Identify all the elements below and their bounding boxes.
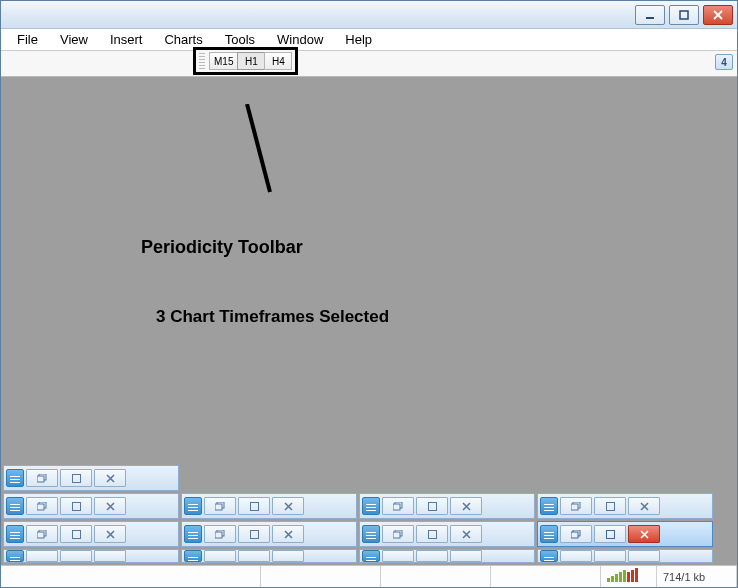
minimized-chart[interactable]	[181, 521, 357, 547]
chart-icon	[362, 550, 380, 562]
svg-rect-8	[72, 502, 80, 510]
status-transfer: 714/1 kb	[657, 566, 737, 587]
maximize-icon[interactable]	[60, 469, 92, 487]
restore-icon[interactable]	[204, 497, 236, 515]
minimized-chart-active[interactable]	[537, 521, 713, 547]
restore-icon[interactable]	[382, 525, 414, 543]
svg-rect-19	[37, 532, 44, 538]
close-icon[interactable]	[272, 497, 304, 515]
restore-icon[interactable]	[26, 525, 58, 543]
restore-icon[interactable]	[560, 497, 592, 515]
svg-rect-16	[571, 504, 578, 510]
restore-icon[interactable]	[382, 497, 414, 515]
chart-icon	[184, 525, 202, 543]
close-icon[interactable]	[450, 497, 482, 515]
close-icon[interactable]	[628, 497, 660, 515]
maximize-icon[interactable]	[416, 497, 448, 515]
annotation-timeframes: 3 Chart Timeframes Selected	[156, 307, 389, 327]
maximize-icon[interactable]	[238, 550, 270, 562]
status-cell	[1, 566, 261, 587]
svg-rect-1	[680, 11, 688, 19]
chart-icon	[6, 469, 24, 487]
svg-rect-5	[72, 474, 80, 482]
minimized-chart[interactable]	[537, 493, 713, 519]
minimized-chart[interactable]	[181, 549, 357, 563]
chart-icon	[540, 497, 558, 515]
close-icon[interactable]	[94, 497, 126, 515]
menu-insert[interactable]: Insert	[100, 30, 153, 49]
minimized-chart[interactable]	[359, 549, 535, 563]
maximize-icon[interactable]	[594, 525, 626, 543]
close-icon[interactable]	[450, 550, 482, 562]
minimize-button[interactable]	[635, 5, 665, 25]
timeframe-h1[interactable]: H1	[237, 52, 265, 70]
menu-view[interactable]: View	[50, 30, 98, 49]
restore-icon[interactable]	[382, 550, 414, 562]
minimized-chart[interactable]	[3, 549, 179, 563]
svg-rect-10	[215, 504, 222, 510]
minimized-chart[interactable]	[537, 549, 713, 563]
close-icon[interactable]	[94, 550, 126, 562]
close-icon[interactable]	[272, 550, 304, 562]
svg-rect-14	[428, 502, 436, 510]
minimized-chart[interactable]	[3, 521, 179, 547]
svg-rect-23	[250, 530, 258, 538]
chart-count-badge[interactable]: 4	[715, 54, 733, 70]
menu-bar: File View Insert Charts Tools Window Hel…	[1, 29, 737, 51]
maximize-icon[interactable]	[60, 550, 92, 562]
minimized-chart[interactable]	[359, 493, 535, 519]
app-window: File View Insert Charts Tools Window Hel…	[0, 0, 738, 588]
maximize-button[interactable]	[669, 5, 699, 25]
restore-icon[interactable]	[204, 550, 236, 562]
close-icon[interactable]	[450, 525, 482, 543]
restore-icon[interactable]	[560, 525, 592, 543]
maximize-icon[interactable]	[238, 525, 270, 543]
close-icon[interactable]	[94, 469, 126, 487]
maximize-icon[interactable]	[416, 525, 448, 543]
svg-rect-29	[606, 530, 614, 538]
close-icon[interactable]	[628, 550, 660, 562]
timeframe-h4[interactable]: H4	[264, 52, 292, 70]
minimized-chart[interactable]	[181, 493, 357, 519]
svg-rect-17	[606, 502, 614, 510]
restore-icon[interactable]	[204, 525, 236, 543]
menu-file[interactable]: File	[7, 30, 48, 49]
restore-icon[interactable]	[26, 497, 58, 515]
restore-icon[interactable]	[26, 550, 58, 562]
chart-icon	[184, 497, 202, 515]
chart-icon	[362, 525, 380, 543]
maximize-icon[interactable]	[238, 497, 270, 515]
svg-rect-13	[393, 504, 400, 510]
chart-icon	[6, 497, 24, 515]
svg-rect-0	[646, 17, 654, 19]
svg-rect-25	[393, 532, 400, 538]
title-bar	[1, 1, 737, 29]
timeframe-m15[interactable]: M15	[209, 52, 238, 70]
maximize-icon[interactable]	[594, 497, 626, 515]
annotation-periodicity: Periodicity Toolbar	[141, 237, 303, 258]
connection-signal	[601, 566, 657, 587]
maximize-icon[interactable]	[416, 550, 448, 562]
chart-icon	[6, 550, 24, 562]
minimized-chart[interactable]	[359, 521, 535, 547]
restore-icon[interactable]	[560, 550, 592, 562]
minimized-windows-area	[1, 461, 737, 565]
menu-help[interactable]: Help	[335, 30, 382, 49]
maximize-icon[interactable]	[60, 497, 92, 515]
svg-rect-7	[37, 504, 44, 510]
toolbar-grip[interactable]	[199, 53, 205, 69]
minimized-chart[interactable]	[3, 493, 179, 519]
mdi-workspace: Periodicity Toolbar 3 Chart Timeframes S…	[1, 77, 737, 565]
close-icon[interactable]	[628, 525, 660, 543]
minimized-chart[interactable]	[3, 465, 179, 491]
svg-line-2	[247, 104, 270, 192]
restore-icon[interactable]	[26, 469, 58, 487]
svg-rect-4	[37, 476, 44, 482]
maximize-icon[interactable]	[60, 525, 92, 543]
maximize-icon[interactable]	[594, 550, 626, 562]
close-button[interactable]	[703, 5, 733, 25]
close-icon[interactable]	[272, 525, 304, 543]
chart-icon	[540, 550, 558, 562]
close-icon[interactable]	[94, 525, 126, 543]
toolbar: M15 H1 H4 4	[1, 51, 737, 77]
